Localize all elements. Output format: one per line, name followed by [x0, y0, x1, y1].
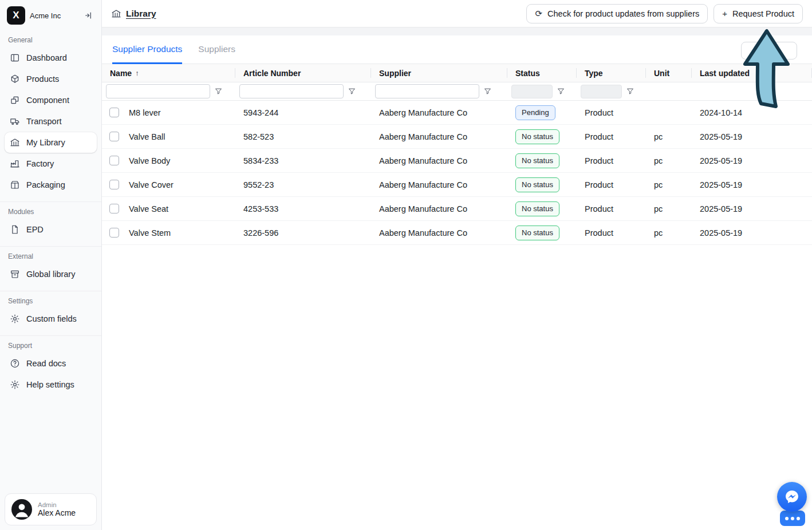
check-updates-label: Check for product updates from suppliers: [547, 9, 699, 18]
factory-icon: [10, 159, 20, 169]
article-number: 582-523: [235, 132, 371, 141]
sidebar-item-label: Packaging: [26, 180, 65, 189]
sidebar-item-my-library[interactable]: My Library: [5, 132, 97, 153]
row-checkbox[interactable]: [109, 108, 119, 117]
article-number-filter-input[interactable]: [239, 84, 344, 98]
filter-icon[interactable]: [557, 87, 565, 96]
row-checkbox[interactable]: [109, 204, 119, 213]
supplier-filter-input[interactable]: [375, 84, 479, 98]
tabs: Supplier Products Suppliers: [102, 35, 812, 64]
product-type: Product: [577, 108, 646, 117]
question-icon: [10, 358, 20, 369]
section-label: Modules: [0, 202, 101, 219]
breadcrumb-library[interactable]: Library: [111, 9, 156, 19]
row-checkbox[interactable]: [109, 156, 119, 165]
sidebar-item-component[interactable]: Component: [5, 90, 97, 110]
table-row[interactable]: Valve Ball 582-523 Aaberg Manufacture Co…: [102, 125, 812, 149]
filter-icon[interactable]: [348, 87, 356, 96]
last-updated: 2025-05-19: [692, 228, 812, 238]
filter-icon[interactable]: [483, 87, 492, 96]
sidebar-item-label: Products: [26, 74, 59, 84]
tab-suppliers[interactable]: Suppliers: [198, 35, 235, 64]
status-badge: No status: [515, 201, 559, 216]
sidebar-item-transport[interactable]: Transport: [5, 111, 97, 132]
sidebar-section-modules: Modules EPD: [0, 201, 101, 244]
user-card[interactable]: Admin Alex Acme: [5, 493, 97, 525]
sidebar-item-read-docs[interactable]: Read docs: [5, 353, 97, 374]
document-icon: [10, 224, 20, 235]
table-row[interactable]: Valve Seat 4253-533 Aaberg Manufacture C…: [102, 197, 812, 221]
article-number: 5943-244: [235, 108, 371, 117]
sidebar-item-packaging[interactable]: Packaging: [5, 175, 97, 195]
column-header-article-number[interactable]: Article Number: [235, 64, 371, 82]
supplier: Aaberg Manufacture Co: [371, 180, 507, 189]
avatar: [11, 499, 32, 520]
check-updates-button[interactable]: ⟳ Check for product updates from supplie…: [526, 4, 708, 23]
sidebar-item-products[interactable]: Products: [5, 69, 97, 89]
sidebar-item-factory[interactable]: Factory: [5, 153, 97, 174]
unit: pc: [646, 132, 692, 141]
row-checkbox[interactable]: [109, 180, 119, 189]
table-row[interactable]: Valve Cover 9552-23 Aaberg Manufacture C…: [102, 173, 812, 197]
sidebar-item-custom-fields[interactable]: Custom fields: [5, 308, 97, 329]
product-type: Product: [577, 204, 646, 213]
product-name: M8 lever: [129, 108, 161, 117]
section-label: Settings: [0, 291, 101, 308]
library-icon: [111, 9, 121, 19]
status-badge: No status: [515, 177, 559, 192]
name-filter-input[interactable]: [106, 84, 210, 98]
sidebar-section-general: General Dashboard Products Component Tra…: [0, 30, 101, 199]
article-number: 3226-596: [235, 228, 371, 238]
supplier: Aaberg Manufacture Co: [371, 204, 507, 213]
last-updated: 2025-05-19: [692, 204, 812, 213]
sidebar-item-global-library[interactable]: Global library: [5, 264, 97, 284]
sidebar-item-label: Read docs: [26, 359, 66, 368]
sidebar-item-label: Help settings: [26, 380, 74, 389]
messenger-icon: [784, 489, 800, 505]
column-header-supplier[interactable]: Supplier: [371, 64, 507, 82]
column-header-last-updated[interactable]: Last updated: [692, 64, 812, 82]
sidebar-item-epd[interactable]: EPD: [5, 219, 97, 240]
column-header-unit[interactable]: Unit: [646, 64, 692, 82]
chat-more-options-button[interactable]: [780, 511, 805, 526]
table-header: Name ↑ Article Number Supplier Status Ty…: [102, 64, 812, 82]
status-badge: Pending: [515, 105, 555, 120]
table-row[interactable]: Valve Body 5834-233 Aaberg Manufacture C…: [102, 149, 812, 173]
sidebar-item-label: Global library: [26, 270, 75, 279]
row-checkbox[interactable]: [109, 228, 119, 238]
sidebar-item-help-settings[interactable]: Help settings: [5, 374, 97, 395]
product-name: Valve Cover: [129, 180, 174, 189]
supplier: Aaberg Manufacture Co: [371, 228, 507, 238]
filter-icon[interactable]: [214, 87, 223, 96]
column-header-name[interactable]: Name ↑: [102, 64, 235, 82]
sidebar-collapse-icon[interactable]: [83, 9, 96, 22]
status-badge: No status: [515, 153, 559, 168]
plus-icon: +: [722, 9, 727, 18]
article-number: 5834-233: [235, 156, 371, 165]
sidebar-item-label: Dashboard: [26, 53, 67, 62]
org-logo: X: [7, 6, 25, 25]
sidebar-item-label: My Library: [26, 138, 65, 147]
table-row[interactable]: Valve Stem 3226-596 Aaberg Manufacture C…: [102, 221, 812, 245]
supplier: Aaberg Manufacture Co: [371, 132, 507, 141]
status-filter-select[interactable]: [511, 85, 553, 98]
topbar-actions: ⟳ Check for product updates from supplie…: [526, 4, 803, 23]
sidebar-section-support: Support Read docs Help settings: [0, 335, 101, 399]
row-checkbox[interactable]: [109, 132, 119, 141]
tab-supplier-products[interactable]: Supplier Products: [112, 35, 182, 64]
sidebar-item-dashboard[interactable]: Dashboard: [5, 48, 97, 68]
chat-launcher-button[interactable]: [777, 482, 807, 512]
last-updated: 2024-10-14: [692, 108, 812, 117]
type-filter-select[interactable]: [581, 85, 622, 98]
refresh-icon: ⟳: [535, 9, 542, 19]
search-button[interactable]: [741, 42, 797, 60]
column-header-status[interactable]: Status: [507, 64, 577, 82]
request-product-button[interactable]: + Request Product: [714, 4, 803, 23]
sidebar-item-label: Transport: [26, 117, 62, 126]
filter-icon[interactable]: [626, 87, 634, 96]
column-header-type[interactable]: Type: [577, 64, 646, 82]
table-row[interactable]: M8 lever 5943-244 Aaberg Manufacture Co …: [102, 101, 812, 125]
product-name: Valve Seat: [129, 204, 168, 213]
article-number: 9552-23: [235, 180, 371, 189]
gear-icon: [10, 379, 20, 390]
